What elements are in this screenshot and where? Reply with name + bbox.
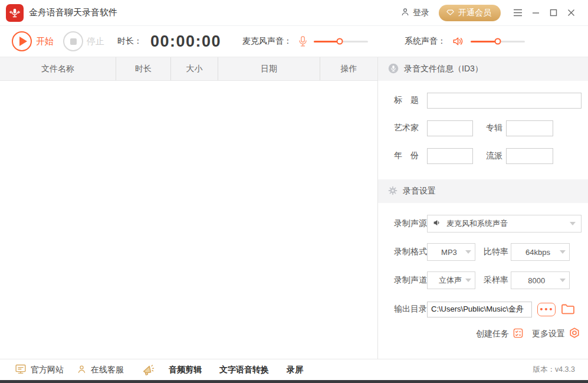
create-task-button[interactable]: 创建任务 bbox=[476, 328, 524, 341]
bitrate-label: 比特率 bbox=[484, 247, 511, 257]
id3-section-title: 录音文件信息（ID3） bbox=[404, 64, 483, 74]
play-icon bbox=[19, 37, 27, 46]
record-source-value: 麦克风和系统声音 bbox=[446, 218, 508, 229]
column-header-size: 大小 bbox=[171, 57, 218, 80]
record-toolbar: 开始 停止 时长： 00:00:00 麦克风声音： 系统声音： bbox=[0, 26, 588, 57]
settings-section-header: 录音设置 bbox=[378, 179, 588, 203]
record-channel-dropdown[interactable]: 立体声 bbox=[427, 271, 475, 289]
system-volume-slider[interactable] bbox=[471, 41, 525, 42]
mic-badge-icon bbox=[388, 63, 399, 76]
open-folder-button[interactable] bbox=[561, 303, 575, 315]
id3-genre-input[interactable] bbox=[506, 148, 553, 164]
record-format-label: 录制格式 bbox=[394, 247, 427, 257]
column-header-duration: 时长 bbox=[116, 57, 171, 80]
column-header-actions: 操作 bbox=[320, 57, 377, 80]
bitrate-dropdown[interactable]: 64kbps bbox=[511, 243, 570, 261]
chevron-down-icon bbox=[465, 279, 471, 282]
duration-label: 时长： bbox=[117, 36, 142, 47]
samplerate-label: 采样率 bbox=[484, 275, 511, 286]
output-dir-label: 输出目录 bbox=[394, 304, 427, 315]
app-logo-icon bbox=[6, 4, 24, 22]
minimize-button[interactable] bbox=[527, 4, 544, 22]
microphone-icon bbox=[298, 35, 308, 48]
id3-album-input[interactable] bbox=[506, 120, 553, 136]
close-button[interactable] bbox=[562, 4, 580, 22]
more-settings-button[interactable]: 更多设置 bbox=[532, 327, 580, 341]
vip-label: 开通会员 bbox=[458, 8, 491, 18]
support-person-icon bbox=[77, 364, 87, 376]
id3-year-label: 年 份 bbox=[394, 150, 427, 161]
chevron-down-icon bbox=[560, 250, 566, 254]
id3-title-label: 标 题 bbox=[394, 95, 427, 106]
start-label[interactable]: 开始 bbox=[36, 36, 54, 47]
file-table-body bbox=[0, 81, 377, 359]
mic-volume-thumb[interactable] bbox=[337, 38, 343, 45]
mic-volume-label: 麦克风声音： bbox=[242, 36, 292, 47]
settings-nut-icon bbox=[569, 327, 580, 341]
text-to-speech-link[interactable]: 文字语音转换 bbox=[219, 365, 269, 375]
record-channel-label: 录制声道 bbox=[394, 275, 427, 286]
create-task-label: 创建任务 bbox=[476, 329, 509, 339]
samplerate-dropdown[interactable]: 8000 bbox=[511, 271, 570, 289]
duration-timer: 00:00:00 bbox=[150, 32, 221, 51]
settings-actions: 创建任务 更多设置 bbox=[378, 327, 580, 341]
chevron-down-icon bbox=[465, 250, 471, 254]
app-title: 金舟语音聊天录音软件 bbox=[29, 7, 117, 18]
id3-title-input[interactable] bbox=[427, 93, 582, 109]
recording-file-list: 文件名称 时长 大小 日期 操作 bbox=[0, 57, 378, 359]
right-panel: 录音文件信息（ID3） 标 题 艺术家 专辑 年 份 流派 bbox=[378, 57, 588, 359]
system-volume-fill bbox=[471, 41, 498, 42]
user-icon bbox=[400, 7, 410, 18]
gear-icon bbox=[388, 186, 398, 197]
bottom-edge-strip bbox=[0, 380, 588, 383]
version-text: 版本：v4.3.3 bbox=[533, 365, 575, 375]
id3-section-header: 录音文件信息（ID3） bbox=[378, 57, 588, 81]
record-format-dropdown[interactable]: MP3 bbox=[427, 243, 475, 261]
system-volume-label: 系统声音： bbox=[405, 36, 446, 47]
maximize-button[interactable] bbox=[544, 4, 562, 22]
official-website-label: 官方网站 bbox=[31, 365, 64, 375]
footer-bar: 官方网站 在线客服 音频剪辑 文字语音转换 录屏 版本：v4.3.3 bbox=[0, 359, 588, 380]
stop-label: 停止 bbox=[87, 36, 104, 47]
vip-upgrade-button[interactable]: 开通会员 bbox=[439, 5, 501, 21]
id3-artist-input[interactable] bbox=[427, 120, 473, 136]
bitrate-value: 64kbps bbox=[520, 248, 550, 257]
screen-record-link[interactable]: 录屏 bbox=[287, 365, 303, 375]
online-support-label: 在线客服 bbox=[91, 365, 124, 375]
output-dir-input[interactable] bbox=[427, 302, 532, 317]
samplerate-value: 8000 bbox=[522, 276, 545, 285]
file-table-header: 文件名称 时长 大小 日期 操作 bbox=[0, 57, 377, 81]
more-settings-label: 更多设置 bbox=[532, 329, 565, 339]
browse-ellipsis-button[interactable]: ••• bbox=[537, 303, 556, 316]
speaker-icon bbox=[452, 35, 465, 47]
menu-button[interactable] bbox=[509, 4, 527, 22]
login-label: 登录 bbox=[413, 8, 429, 18]
login-button[interactable]: 登录 bbox=[400, 7, 429, 18]
stop-record-button[interactable] bbox=[63, 31, 83, 51]
stop-icon bbox=[70, 38, 77, 45]
record-source-dropdown[interactable]: 麦克风和系统声音 bbox=[427, 215, 582, 233]
mic-volume-fill bbox=[314, 41, 340, 42]
column-header-filename: 文件名称 bbox=[0, 57, 116, 80]
id3-genre-label: 流派 bbox=[486, 150, 506, 161]
official-website-link[interactable]: 官方网站 bbox=[15, 364, 64, 377]
mic-volume-slider[interactable] bbox=[314, 41, 368, 42]
system-volume-thumb[interactable] bbox=[495, 38, 501, 45]
audio-edit-link[interactable]: 音频剪辑 bbox=[169, 365, 202, 375]
column-header-date: 日期 bbox=[218, 57, 320, 80]
app-window: 金舟语音聊天录音软件 登录 开通会员 bbox=[0, 0, 588, 383]
id3-album-label: 专辑 bbox=[486, 123, 506, 133]
id3-year-input[interactable] bbox=[427, 148, 473, 164]
speaker-small-icon bbox=[433, 219, 442, 228]
record-format-value: MP3 bbox=[435, 248, 457, 257]
chevron-down-icon bbox=[570, 222, 576, 225]
chevron-down-icon bbox=[560, 279, 566, 282]
id3-artist-label: 艺术家 bbox=[394, 123, 427, 133]
record-channel-value: 立体声 bbox=[433, 275, 462, 286]
vip-diamond-icon bbox=[446, 8, 455, 18]
online-support-link[interactable]: 在线客服 bbox=[77, 364, 124, 376]
monitor-icon bbox=[15, 364, 27, 377]
title-bar: 金舟语音聊天录音软件 登录 开通会员 bbox=[0, 0, 588, 26]
start-record-button[interactable] bbox=[12, 31, 32, 51]
checklist-icon bbox=[513, 328, 524, 341]
